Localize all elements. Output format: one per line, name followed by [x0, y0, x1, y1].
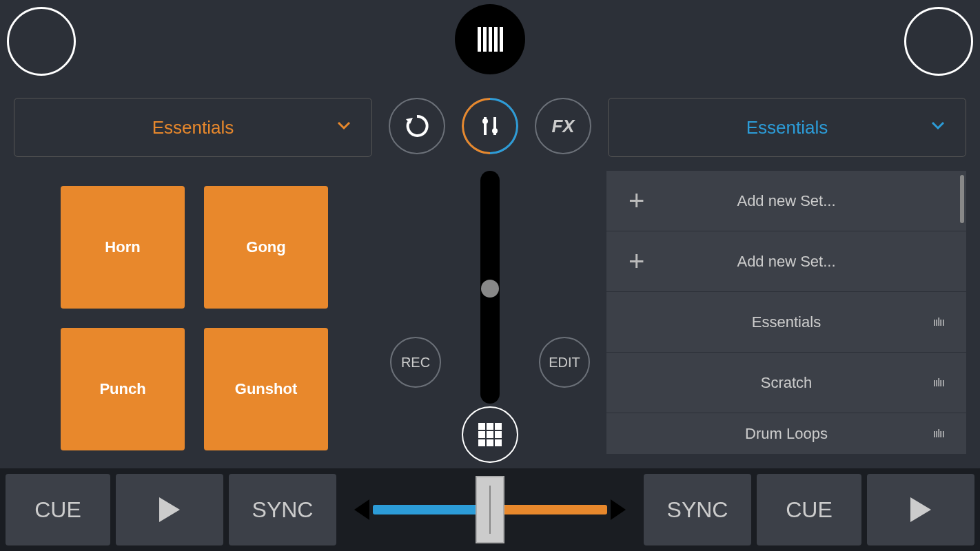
deck-a-cue-button[interactable]: CUE [6, 474, 110, 545]
play-icon [910, 497, 931, 522]
menu-set-drum-loops[interactable]: Drum Loops ıılıı [606, 413, 966, 455]
waveform-icon: ıılıı [933, 377, 944, 389]
main-area: Essentials Essentials FX [0, 81, 980, 467]
deck-a-sampler-dropdown[interactable]: Essentials [14, 98, 372, 157]
crossfader-track[interactable] [373, 505, 607, 514]
deck-b-play-button[interactable] [867, 474, 974, 545]
deck-a-play-button[interactable] [116, 474, 223, 545]
rec-button[interactable]: REC [390, 337, 441, 388]
crossfader-arrow-left-icon [354, 499, 369, 520]
sampler-grid-button[interactable] [462, 406, 518, 463]
deck-b-sampler-menu[interactable]: + Add new Set... + Add new Set... Essent… [606, 171, 966, 455]
deck-b-sampler-dropdown[interactable]: Essentials [608, 98, 966, 157]
chevron-down-icon [930, 117, 946, 138]
pad-punch[interactable]: Punch [61, 328, 185, 450]
center-mode-controls: FX [389, 98, 591, 154]
plus-icon: + [629, 185, 644, 216]
deck-b-jog-wheel[interactable] [904, 7, 973, 76]
menu-add-new-set[interactable]: + Add new Set... [606, 171, 966, 231]
mixer-icon [477, 113, 503, 139]
fx-label: FX [551, 116, 574, 137]
deck-a-pads: Horn Gong Punch Gunshot [61, 186, 328, 450]
play-icon [159, 497, 180, 522]
library-button[interactable] [455, 4, 525, 74]
top-bar [0, 0, 980, 81]
pad-horn[interactable]: Horn [61, 186, 185, 309]
fx-mode-button[interactable]: FX [535, 98, 591, 154]
chevron-down-icon [336, 117, 352, 138]
library-icon [478, 27, 503, 52]
svg-point-3 [492, 128, 498, 134]
crossfader[interactable] [342, 474, 638, 545]
crossfader-arrow-right-icon [611, 499, 626, 520]
plus-icon: + [629, 246, 644, 277]
mixer-mode-button[interactable] [462, 98, 518, 154]
menu-set-essentials[interactable]: Essentials ıılıı [606, 292, 966, 353]
pitch-slider-track[interactable] [480, 171, 500, 404]
pad-gong[interactable]: Gong [204, 186, 328, 309]
deck-b-cue-button[interactable]: CUE [757, 474, 861, 545]
deck-b-sampler-label: Essentials [746, 117, 828, 138]
deck-a-jog-wheel[interactable] [7, 7, 76, 76]
center-slider-area: REC EDIT [418, 171, 562, 467]
menu-add-new-set[interactable]: + Add new Set... [606, 231, 966, 292]
pitch-slider-thumb[interactable] [481, 280, 499, 298]
edit-button[interactable]: EDIT [539, 337, 590, 388]
waveform-icon: ıılıı [933, 316, 944, 329]
svg-point-1 [482, 118, 488, 124]
deck-b-sync-button[interactable]: SYNC [644, 474, 751, 545]
pad-gunshot[interactable]: Gunshot [204, 328, 328, 450]
loop-mode-button[interactable] [389, 98, 445, 154]
loop-icon [403, 112, 431, 140]
crossfader-handle[interactable] [476, 476, 504, 543]
deck-a-sync-button[interactable]: SYNC [229, 474, 336, 545]
bottom-transport-bar: CUE SYNC SYNC CUE [0, 468, 980, 551]
waveform-icon: ıılıı [933, 428, 944, 440]
deck-a-sampler-label: Essentials [152, 117, 234, 138]
menu-set-scratch[interactable]: Scratch ıılıı [606, 353, 966, 413]
grid-icon [478, 423, 502, 446]
